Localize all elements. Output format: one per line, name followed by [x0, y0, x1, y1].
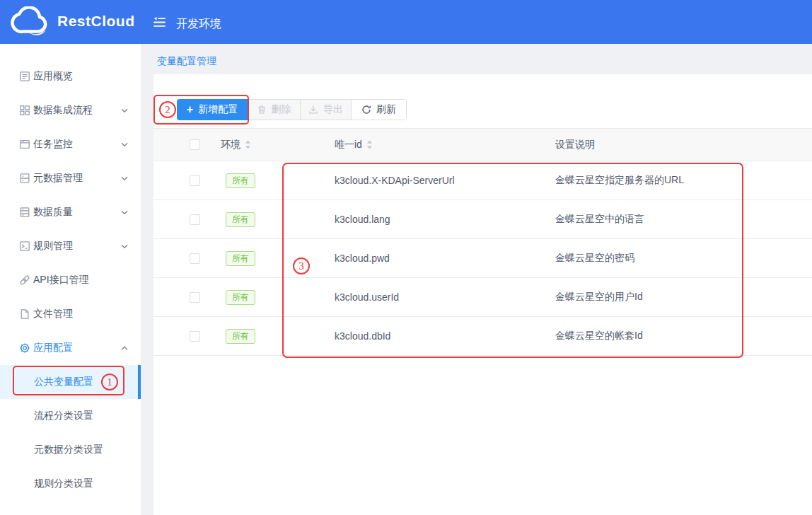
active-indicator-bar	[138, 365, 141, 399]
config-desc: 金蝶云星空的密码	[550, 252, 812, 265]
sidebar-item-metadata-mgmt[interactable]: 元数据管理	[0, 161, 141, 195]
env-tag: 所有	[226, 173, 255, 188]
breadcrumb[interactable]: 变量配置管理	[157, 55, 216, 68]
brand-logo: RestCloud	[10, 6, 135, 36]
config-id: k3cloud.X-KDApi-ServerUrl	[323, 175, 550, 186]
sidebar-item-label: 应用概览	[33, 70, 73, 83]
table-row: 所有 k3cloud.pwd 金蝶云星空的密码	[153, 239, 812, 278]
row-checkbox[interactable]	[190, 214, 200, 225]
sidebar-item-label: 任务监控	[33, 138, 73, 151]
row-checkbox[interactable]	[190, 331, 200, 342]
sidebar-item-label: 文件管理	[33, 308, 73, 320]
export-label: 导出	[323, 103, 343, 116]
sidebar-item-data-quality[interactable]: 数据质量	[0, 195, 141, 229]
quality-server-icon	[19, 207, 30, 218]
chevron-up-icon	[121, 346, 128, 351]
config-desc: 金蝶云星空的用户Id	[550, 291, 812, 303]
delete-button[interactable]: 删除	[248, 100, 300, 120]
sidebar: 应用概览 数据集成流程 任务监控	[0, 44, 141, 515]
config-id: k3cloud.pwd	[323, 253, 550, 264]
integration-grid-icon	[19, 105, 30, 116]
row-checkbox[interactable]	[190, 253, 200, 264]
sidebar-item-file-mgmt[interactable]: 文件管理	[0, 297, 141, 331]
menu-collapse-icon[interactable]	[153, 16, 166, 29]
file-icon	[19, 308, 30, 320]
chevron-down-icon	[121, 176, 128, 181]
cloud-logo-icon	[10, 6, 51, 36]
annotation-circle-2: 2	[159, 101, 176, 118]
trash-icon	[257, 105, 267, 115]
column-header-id: 唯一id	[335, 139, 362, 151]
sidebar-subitem-public-variable-config[interactable]: 公共变量配置	[0, 365, 141, 399]
config-id: k3cloud.dbId	[323, 330, 550, 342]
column-header-env: 环境	[221, 139, 240, 151]
config-desc: 金蝶云星空指定服务器的URL	[550, 174, 812, 187]
row-checkbox[interactable]	[190, 175, 200, 186]
sidebar-item-label: 元数据管理	[33, 172, 83, 185]
monitor-icon	[19, 139, 30, 150]
plus-icon: +	[187, 105, 193, 115]
config-table: 环境 唯一id 设置说明 所有 k3cloud.X-KDApi-ServerUr…	[153, 128, 812, 356]
table-header-row: 环境 唯一id 设置说明	[153, 128, 812, 161]
add-config-button[interactable]: + 新增配置	[177, 99, 248, 120]
row-checkbox[interactable]	[190, 292, 200, 303]
env-tag: 所有	[226, 329, 255, 344]
export-button[interactable]: 导出	[300, 100, 351, 120]
sidebar-item-label: 数据集成流程	[33, 104, 93, 117]
sidebar-item-data-integration[interactable]: 数据集成流程	[0, 93, 141, 127]
config-desc: 金蝶云星空的帐套Id	[550, 330, 812, 342]
gear-icon	[19, 342, 30, 354]
table-row: 所有 k3cloud.dbId 金蝶云星空的帐套Id	[153, 317, 812, 356]
sidebar-subitem-rule-category[interactable]: 规则分类设置	[0, 467, 141, 501]
sidebar-item-label: 应用配置	[33, 342, 73, 354]
download-icon	[308, 105, 318, 115]
refresh-icon	[361, 105, 371, 115]
table-row: 所有 k3cloud.lang 金蝶云星空中的语言	[153, 200, 812, 239]
terminal-icon	[19, 241, 30, 252]
sort-icon[interactable]	[245, 140, 251, 149]
sidebar-subitem-process-category[interactable]: 流程分类设置	[0, 399, 141, 433]
metadata-server-icon	[19, 173, 30, 184]
sidebar-subitem-label: 流程分类设置	[34, 410, 93, 422]
sidebar-item-app-config[interactable]: 应用配置	[0, 331, 141, 365]
sidebar-item-label: 数据质量	[33, 206, 73, 219]
overview-icon	[19, 71, 30, 82]
toolbar: + 新增配置 删除 导出 刷新	[177, 99, 407, 120]
sidebar-item-rule-mgmt[interactable]: 规则管理	[0, 229, 141, 263]
table-row: 所有 k3cloud.userId 金蝶云星空的用户Id	[153, 278, 812, 317]
select-all-checkbox[interactable]	[190, 139, 200, 150]
chevron-down-icon	[121, 244, 128, 249]
app-header: RestCloud 开发环境	[0, 0, 812, 44]
environment-title: 开发环境	[176, 17, 221, 30]
env-tag: 所有	[226, 290, 255, 305]
env-tag: 所有	[226, 212, 255, 227]
chevron-down-icon	[121, 108, 128, 113]
sidebar-item-app-overview[interactable]: 应用概览	[0, 59, 141, 93]
add-config-label: 新增配置	[198, 103, 238, 116]
table-row: 所有 k3cloud.X-KDApi-ServerUrl 金蝶云星空指定服务器的…	[153, 161, 812, 200]
sidebar-item-task-monitor[interactable]: 任务监控	[0, 127, 141, 161]
delete-label: 删除	[272, 103, 291, 116]
env-tag: 所有	[226, 251, 255, 266]
sidebar-item-label: 规则管理	[33, 240, 73, 253]
sidebar-subitem-label: 元数据分类设置	[34, 444, 103, 456]
content-panel: + 新增配置 删除 导出 刷新	[153, 74, 812, 515]
sidebar-subitem-metadata-category[interactable]: 元数据分类设置	[0, 433, 141, 467]
brand-name: RestCloud	[57, 13, 135, 30]
config-id: k3cloud.userId	[323, 291, 550, 303]
config-id: k3cloud.lang	[323, 214, 550, 225]
refresh-label: 刷新	[376, 103, 396, 116]
sidebar-item-api-mgmt[interactable]: API接口管理	[0, 263, 141, 297]
sort-icon[interactable]	[366, 140, 373, 149]
chevron-down-icon	[121, 142, 128, 147]
refresh-button[interactable]: 刷新	[351, 100, 406, 120]
sidebar-subitem-label: 规则分类设置	[34, 478, 93, 490]
link-icon	[19, 274, 30, 286]
config-desc: 金蝶云星空中的语言	[550, 213, 812, 226]
column-header-desc: 设置说明	[555, 139, 595, 150]
chevron-down-icon	[121, 210, 128, 215]
sidebar-item-label: API接口管理	[33, 274, 89, 287]
sidebar-subitem-label: 公共变量配置	[34, 376, 93, 388]
